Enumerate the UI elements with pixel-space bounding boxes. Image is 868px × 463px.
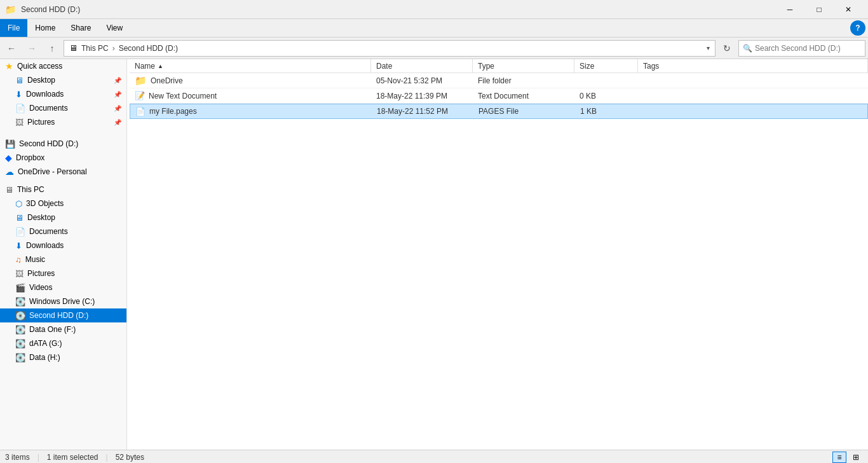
sort-arrow-name: ▲ bbox=[158, 63, 163, 69]
sidebar-onedrive-label: OneDrive - Personal bbox=[18, 167, 121, 176]
sidebar-c-drive-label: Windows Drive (C:) bbox=[29, 297, 121, 306]
sidebar-this-pc-desktop[interactable]: 🖥 Desktop bbox=[0, 211, 126, 225]
maximize-button[interactable]: □ bbox=[804, 0, 834, 19]
status-right: ≡ ⊞ bbox=[832, 452, 863, 463]
view-details-button[interactable]: ≡ bbox=[832, 452, 846, 463]
videos-icon: 🎬 bbox=[15, 283, 25, 293]
downloads-icon: ⬇ bbox=[15, 90, 22, 99]
sidebar-dropbox[interactable]: ◆ Dropbox bbox=[0, 151, 126, 165]
sidebar-this-pc-desktop-label: Desktop bbox=[27, 213, 121, 222]
sidebar-g-drive[interactable]: 💽 dATA (G:) bbox=[0, 336, 126, 350]
onedrive-icon: ☁ bbox=[5, 167, 14, 177]
sidebar-this-pc-documents[interactable]: 📄 Documents bbox=[0, 225, 126, 238]
sidebar-this-pc-downloads[interactable]: ⬇ Downloads bbox=[0, 238, 126, 252]
sidebar-pictures-label: Pictures bbox=[27, 118, 110, 127]
address-bar: ← → ↑ 🖥 This PC › Second HDD (D:) ▾ ↻ 🔍 bbox=[0, 38, 868, 59]
col-name[interactable]: Name ▲ bbox=[130, 59, 371, 73]
file-list: 📁 OneDrive 05-Nov-21 5:32 PM File folder… bbox=[130, 73, 868, 450]
tab-view[interactable]: View bbox=[98, 19, 130, 37]
pin-icon-downloads: 📌 bbox=[114, 91, 121, 98]
up-button[interactable]: ↑ bbox=[43, 40, 61, 57]
sidebar-dropbox-label: Dropbox bbox=[16, 153, 121, 162]
address-dropdown-arrow[interactable]: ▾ bbox=[707, 45, 710, 52]
table-row[interactable]: 📄 my File.pages 18-May-22 11:52 PM PAGES… bbox=[130, 104, 868, 119]
title-bar: 📁 Second HDD (D:) ─ □ ✕ bbox=[0, 0, 868, 19]
table-row[interactable]: 📁 OneDrive 05-Nov-21 5:32 PM File folder bbox=[130, 73, 868, 88]
close-button[interactable]: ✕ bbox=[834, 0, 863, 19]
text-doc-icon: 📝 bbox=[135, 91, 145, 100]
file-header: Name ▲ Date Type Size Tags bbox=[130, 59, 868, 73]
sidebar-item-desktop[interactable]: 🖥 Desktop 📌 bbox=[0, 73, 126, 87]
documents-icon: 📄 bbox=[15, 104, 25, 113]
sidebar-c-drive[interactable]: 💽 Windows Drive (C:) bbox=[0, 294, 126, 308]
help-button[interactable]: ? bbox=[850, 20, 865, 36]
view-tiles-button[interactable]: ⊞ bbox=[849, 452, 863, 463]
address-hdd-icon: 🖥 bbox=[69, 43, 78, 53]
hdd-icon-second: 💾 bbox=[5, 139, 15, 149]
sidebar-quick-access[interactable]: ★ Quick access bbox=[0, 59, 126, 73]
file-type-pages: PAGES File bbox=[473, 106, 575, 117]
desktop-icon: 🖥 bbox=[15, 76, 24, 85]
sidebar: ★ Quick access 🖥 Desktop 📌 ⬇ Downloads 📌… bbox=[0, 59, 127, 450]
folder-icon: 📁 bbox=[135, 75, 147, 86]
file-tags-onedrive bbox=[638, 79, 868, 82]
status-separator: | bbox=[37, 453, 39, 462]
ribbon-tabs: File Home Share View ? bbox=[0, 19, 868, 37]
search-input[interactable] bbox=[755, 44, 861, 53]
thispc-icon: 🖥 bbox=[5, 185, 13, 195]
sidebar-this-pc-pictures[interactable]: 🖼 Pictures bbox=[0, 266, 126, 280]
sidebar-this-pc[interactable]: 🖥 This PC bbox=[0, 183, 126, 197]
table-row[interactable]: 📝 New Text Document 18-May-22 11:39 PM T… bbox=[130, 88, 868, 104]
minimize-button[interactable]: ─ bbox=[775, 0, 804, 19]
3d-objects-icon: ⬡ bbox=[15, 199, 22, 209]
sidebar-this-pc-videos[interactable]: 🎬 Videos bbox=[0, 280, 126, 294]
status-bar: 3 items | 1 item selected | 52 bytes ≡ ⊞ bbox=[0, 450, 868, 463]
tab-home[interactable]: Home bbox=[27, 19, 63, 37]
h-drive-icon: 💽 bbox=[15, 353, 25, 363]
address-sep: › bbox=[112, 44, 115, 53]
file-tags-text-doc bbox=[638, 95, 868, 97]
back-button[interactable]: ← bbox=[3, 40, 20, 57]
sidebar-g-drive-label: dATA (G:) bbox=[29, 339, 121, 348]
search-icon: 🔍 bbox=[743, 44, 752, 53]
tab-file[interactable]: File bbox=[0, 19, 27, 37]
sidebar-item-pictures[interactable]: 🖼 Pictures 📌 bbox=[0, 115, 126, 129]
sidebar-d-drive-label: Second HDD (D:) bbox=[29, 311, 121, 320]
quick-access-icon: ★ bbox=[5, 61, 13, 71]
file-date-pages: 18-May-22 11:52 PM bbox=[372, 106, 473, 117]
sidebar-item-documents[interactable]: 📄 Documents 📌 bbox=[0, 101, 126, 115]
d-drive-icon: 💽 bbox=[15, 311, 25, 321]
sidebar-second-hdd[interactable]: 💾 Second HDD (D:) bbox=[0, 137, 126, 151]
search-box[interactable]: 🔍 bbox=[738, 40, 865, 57]
col-size[interactable]: Size bbox=[574, 59, 638, 73]
sidebar-music-label: Music bbox=[25, 255, 121, 264]
sidebar-item-downloads[interactable]: ⬇ Downloads 📌 bbox=[0, 87, 126, 101]
sidebar-d-drive[interactable]: 💽 Second HDD (D:) bbox=[0, 308, 126, 322]
sidebar-this-pc-label: This PC bbox=[17, 185, 121, 194]
tab-share[interactable]: Share bbox=[63, 19, 98, 37]
file-date-onedrive: 05-Nov-21 5:32 PM bbox=[371, 75, 473, 86]
app-icon: 📁 bbox=[5, 4, 16, 15]
ribbon: File Home Share View ? bbox=[0, 19, 868, 38]
address-this-pc: This PC bbox=[81, 44, 109, 53]
documents2-icon: 📄 bbox=[15, 227, 25, 237]
sidebar-f-drive[interactable]: 💽 Data One (F:) bbox=[0, 322, 126, 336]
sidebar-this-pc-music[interactable]: ♫ Music bbox=[0, 252, 126, 266]
col-tags[interactable]: Tags bbox=[638, 59, 868, 73]
g-drive-icon: 💽 bbox=[15, 339, 25, 349]
dropbox-icon: ◆ bbox=[5, 153, 12, 163]
sidebar-onedrive[interactable]: ☁ OneDrive - Personal bbox=[0, 165, 126, 179]
sidebar-videos-label: Videos bbox=[29, 283, 121, 292]
f-drive-icon: 💽 bbox=[15, 325, 25, 335]
refresh-button[interactable]: ↻ bbox=[718, 40, 736, 57]
sidebar-3d-objects[interactable]: ⬡ 3D Objects bbox=[0, 197, 126, 211]
address-path[interactable]: 🖥 This PC › Second HDD (D:) ▾ bbox=[64, 40, 715, 57]
pages-icon: 📄 bbox=[135, 107, 146, 116]
file-date-text-doc: 18-May-22 11:39 PM bbox=[371, 90, 473, 102]
col-type[interactable]: Type bbox=[473, 59, 574, 73]
pictures-icon: 🖼 bbox=[15, 118, 24, 127]
col-date[interactable]: Date bbox=[371, 59, 473, 73]
sidebar-h-drive[interactable]: 💽 Data (H:) bbox=[0, 350, 126, 364]
title-bar-icons: 📁 bbox=[5, 4, 16, 15]
forward-button[interactable]: → bbox=[23, 40, 41, 57]
